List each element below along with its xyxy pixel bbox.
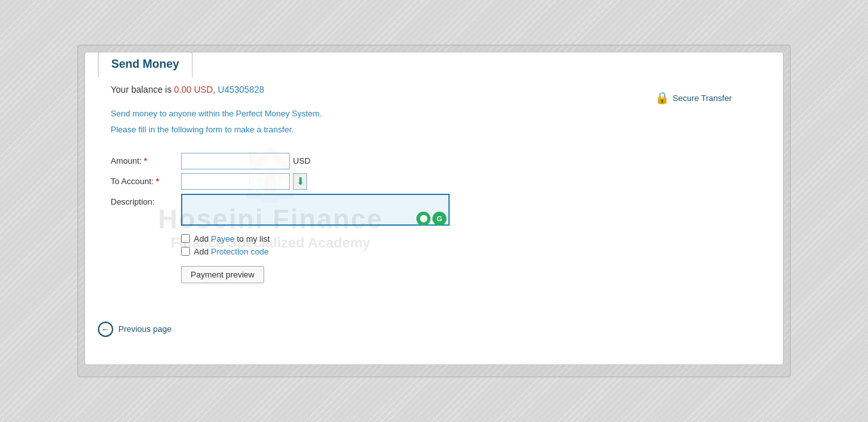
add-payee-row: Add Payee to my list	[181, 234, 757, 244]
back-icon[interactable]: ←	[98, 322, 113, 337]
page-title: Send Money	[111, 58, 179, 70]
grammarly-icon-1: ⬤	[416, 212, 430, 226]
amount-label: Amount: *	[111, 153, 181, 166]
payee-link-text: Payee	[211, 234, 235, 244]
description-wrap: ⬤ G	[181, 194, 450, 228]
preview-btn-section: Payment preview	[111, 266, 757, 283]
account-input[interactable]	[181, 173, 290, 190]
balance-label: Your balance is	[111, 84, 171, 95]
account-dropdown-button[interactable]: ⬇	[293, 173, 307, 190]
previous-page-link[interactable]: Previous page	[118, 324, 171, 334]
description-row: Description: ⬤ G	[111, 194, 757, 228]
tab-header: Send Money	[98, 52, 193, 77]
payment-preview-button[interactable]: Payment preview	[181, 266, 264, 283]
amount-input-group: USD	[181, 153, 310, 169]
to-account-label: To Account: *	[111, 173, 181, 186]
description-label: Description:	[111, 194, 181, 207]
protection-link-text: Protection code	[211, 247, 269, 256]
add-protection-label: Add Protection code	[194, 247, 269, 256]
amount-input[interactable]	[181, 153, 290, 169]
grammarly-icons: ⬤ G	[416, 212, 446, 226]
account-input-group: ⬇	[181, 173, 307, 190]
to-account-row: To Account: * ⬇	[111, 173, 757, 190]
add-protection-checkbox[interactable]	[181, 247, 190, 256]
description-line2: Please fill in the following form to mak…	[111, 123, 757, 137]
secure-transfer-row: 🔒 Secure Transfer	[655, 91, 732, 105]
checkbox-section: Add Payee to my list Add Protection code	[111, 234, 757, 256]
secure-transfer-text: Secure Transfer	[673, 93, 732, 103]
previous-page-section: ← Previous page	[85, 322, 783, 337]
add-payee-checkbox[interactable]	[181, 234, 190, 243]
dropdown-arrow-icon: ⬇	[296, 175, 304, 187]
form-section: 🏠 Hoseini Finance Finance Specialized Ac…	[111, 153, 757, 228]
content-area: Your balance is 0.00 USD, U45305828 🔒 Se…	[85, 52, 783, 302]
grammarly-icon-2: G	[432, 212, 446, 226]
lock-icon: 🔒	[655, 91, 669, 105]
balance-account: U45305828	[218, 84, 264, 95]
description-textarea[interactable]	[181, 194, 450, 226]
add-payee-label: Add Payee to my list	[194, 234, 270, 244]
balance-amount: 0.00 USD,	[174, 84, 216, 95]
outer-container: Send Money Your balance is 0.00 USD, U45…	[77, 45, 791, 377]
usd-label: USD	[293, 156, 310, 166]
account-required: *	[156, 176, 159, 186]
add-protection-row: Add Protection code	[181, 247, 757, 256]
inner-container: Send Money Your balance is 0.00 USD, U45…	[84, 52, 784, 365]
description-area: Send money to anyone within the Perfect …	[111, 107, 757, 137]
description-line1: Send money to anyone within the Perfect …	[111, 107, 757, 121]
amount-required: *	[144, 156, 147, 166]
amount-row: Amount: * USD	[111, 153, 757, 169]
